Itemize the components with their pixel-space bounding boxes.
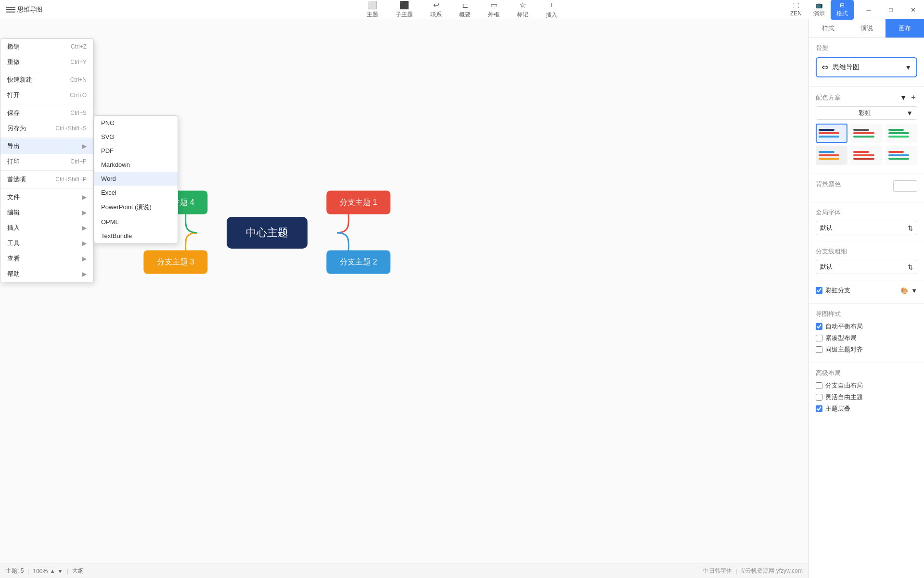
menu-overlay[interactable]: 撤销 Ctrl+Z 重做 Ctrl+Y 快速新建 Ctrl+N 打开 Ctrl+ bbox=[0, 19, 808, 578]
export-opml[interactable]: OPML bbox=[94, 215, 178, 229]
theme-line bbox=[819, 158, 839, 160]
toolbar-sub-subject[interactable]: ⬛ 子主题 bbox=[387, 0, 422, 21]
undo-label: 撤销 bbox=[7, 42, 20, 51]
export-word[interactable]: Word bbox=[94, 172, 178, 186]
export-markdown[interactable]: Markdown bbox=[94, 158, 178, 172]
export-ppt[interactable]: PowerPoint (演说) bbox=[94, 200, 178, 215]
subject-stack-label: 主题层叠 bbox=[825, 404, 850, 413]
theme-thumb-4[interactable] bbox=[816, 146, 847, 165]
titlebar-right: ⛶ ZEN 📺 演示 ⊟ 格式 ─ □ ✕ bbox=[784, 0, 924, 19]
toolbar-subject-label: 主题 bbox=[367, 11, 378, 19]
skeleton-icon: ⇔ bbox=[821, 62, 829, 73]
menu-new[interactable]: 快速新建 Ctrl+N bbox=[0, 72, 93, 88]
global-font-section: 全局字体 默认 ⇅ bbox=[809, 202, 924, 241]
toolbar-insert-label: 插入 bbox=[546, 11, 557, 19]
export-textbundle[interactable]: TextBundle bbox=[94, 229, 178, 243]
view-arrow: ▶ bbox=[82, 255, 87, 262]
menu-tools[interactable]: 工具 ▶ bbox=[0, 236, 93, 251]
free-branch-checkbox[interactable] bbox=[816, 382, 822, 389]
color-scheme-add-icon[interactable]: ＋ bbox=[910, 92, 917, 102]
color-scheme-header: 配色方案 ▼ ＋ bbox=[816, 92, 917, 102]
export-submenu: PNG SVG PDF Markdown Word Excel bbox=[94, 115, 178, 243]
align-siblings-label: 同级主题对齐 bbox=[825, 345, 863, 354]
menu-icon[interactable] bbox=[6, 5, 15, 14]
bg-color-picker[interactable] bbox=[893, 180, 917, 192]
menu-view[interactable]: 查看 ▶ bbox=[0, 251, 93, 266]
theme-thumb-5[interactable] bbox=[850, 146, 882, 165]
format-button[interactable]: ⊟ 格式 bbox=[831, 0, 854, 20]
toolbar-summary[interactable]: ⊏ 概要 bbox=[450, 0, 479, 21]
menu-save[interactable]: 保存 Ctrl+S bbox=[0, 105, 93, 121]
menu-undo[interactable]: 撤销 Ctrl+Z bbox=[0, 39, 93, 54]
flexible-subject-checkbox[interactable] bbox=[816, 394, 822, 401]
panel-tabs: 样式 演说 画布 bbox=[809, 19, 924, 38]
color-scheme-section: 配色方案 ▼ ＋ 彩虹 ▼ bbox=[809, 87, 924, 174]
sep5 bbox=[0, 188, 93, 188]
toolbar-relation[interactable]: ↩ 联系 bbox=[422, 0, 450, 21]
skeleton-section: 骨架 ⇔ 思维导图 ▼ bbox=[809, 38, 924, 87]
app-title: 思维导图 bbox=[17, 5, 42, 14]
menu-file[interactable]: 文件 ▶ bbox=[0, 189, 93, 205]
color-scheme-title: 配色方案 bbox=[816, 93, 841, 102]
rainbow-color-icon[interactable]: 🎨 bbox=[900, 287, 908, 294]
adv-opt1: 分支自由布局 bbox=[816, 381, 917, 390]
maximize-button[interactable]: □ bbox=[880, 0, 902, 19]
redo-label: 重做 bbox=[7, 58, 20, 66]
theme-thumb-1[interactable] bbox=[816, 124, 847, 143]
compact-layout-checkbox[interactable] bbox=[816, 335, 822, 341]
theme-line bbox=[819, 132, 839, 134]
view-label: 查看 bbox=[7, 254, 20, 263]
menu-edit[interactable]: 编辑 ▶ bbox=[0, 205, 93, 220]
right-panel: 样式 演说 画布 骨架 ⇔ 思维导图 ▼ 配色方案 ▼ ＋ bbox=[808, 19, 924, 578]
menu-open[interactable]: 打开 Ctrl+O bbox=[0, 88, 93, 103]
tab-present[interactable]: 演说 bbox=[847, 19, 886, 38]
tab-canvas[interactable]: 画布 bbox=[886, 19, 924, 38]
format-label: 格式 bbox=[836, 10, 848, 18]
summary-icon: ⊏ bbox=[462, 0, 468, 10]
toolbar-outer[interactable]: ▭ 外框 bbox=[479, 0, 508, 21]
export-png-label: PNG bbox=[101, 119, 115, 126]
toolbar-mark[interactable]: ☆ 标记 bbox=[508, 0, 537, 21]
theme-thumb-3[interactable] bbox=[886, 124, 917, 143]
present-button[interactable]: 📺 演示 bbox=[808, 0, 831, 20]
export-excel[interactable]: Excel bbox=[94, 186, 178, 200]
color-scheme-selector[interactable]: 彩虹 ▼ bbox=[816, 106, 917, 120]
present-icon: 📺 bbox=[816, 2, 823, 9]
skeleton-preview[interactable]: ⇔ 思维导图 ▼ bbox=[816, 57, 917, 77]
menu-export[interactable]: 导出 ▶ bbox=[0, 138, 93, 154]
theme-thumb-2[interactable] bbox=[850, 124, 882, 143]
close-button[interactable]: ✕ bbox=[902, 0, 924, 19]
global-font-title: 全局字体 bbox=[816, 208, 917, 217]
zen-button[interactable]: ⛶ ZEN bbox=[784, 0, 808, 19]
menu-redo[interactable]: 重做 Ctrl+Y bbox=[0, 54, 93, 70]
menu-print[interactable]: 打印 Ctrl+P bbox=[0, 154, 93, 169]
theme-line bbox=[853, 136, 874, 138]
canvas-area[interactable]: 中心主题 分支主题 1 分支主题 2 分支主题 3 分支主题 4 bbox=[0, 19, 808, 578]
menu-saveas[interactable]: 另存为 Ctrl+Shift+S bbox=[0, 121, 93, 136]
rainbow-branch-checkbox[interactable] bbox=[816, 287, 822, 294]
align-siblings-checkbox[interactable] bbox=[816, 346, 822, 353]
menu-prefs[interactable]: 首选项 Ctrl+Shift+P bbox=[0, 172, 93, 187]
bg-color-section: 背景颜色 bbox=[809, 174, 924, 202]
rainbow-branch-section: 彩虹分支 🎨 ▼ bbox=[809, 280, 924, 304]
color-scheme-actions: ▼ ＋ bbox=[900, 92, 917, 102]
auto-balance-checkbox[interactable] bbox=[816, 323, 822, 330]
export-png[interactable]: PNG bbox=[94, 116, 178, 130]
export-svg[interactable]: SVG bbox=[94, 130, 178, 144]
insert-icon: ＋ bbox=[548, 0, 555, 10]
theme-thumb-6[interactable] bbox=[886, 146, 917, 165]
branch-width-select[interactable]: 默认 ⇅ bbox=[816, 260, 917, 274]
subject-stack-checkbox[interactable] bbox=[816, 405, 822, 412]
titlebar-left: 思维导图 bbox=[0, 5, 48, 14]
menu-insert[interactable]: 插入 ▶ bbox=[0, 220, 93, 236]
toolbar-insert[interactable]: ＋ 插入 bbox=[537, 0, 566, 21]
tab-style[interactable]: 样式 bbox=[809, 19, 847, 38]
export-pdf[interactable]: PDF bbox=[94, 144, 178, 158]
insert-label: 插入 bbox=[7, 224, 20, 232]
minimize-button[interactable]: ─ bbox=[858, 0, 880, 19]
adv-opt3: 主题层叠 bbox=[816, 404, 917, 413]
file-arrow: ▶ bbox=[82, 194, 87, 201]
global-font-select[interactable]: 默认 ⇅ bbox=[816, 221, 917, 235]
menu-help[interactable]: 帮助 ▶ bbox=[0, 266, 93, 282]
toolbar-subject[interactable]: ⬜ 主题 bbox=[358, 0, 387, 21]
